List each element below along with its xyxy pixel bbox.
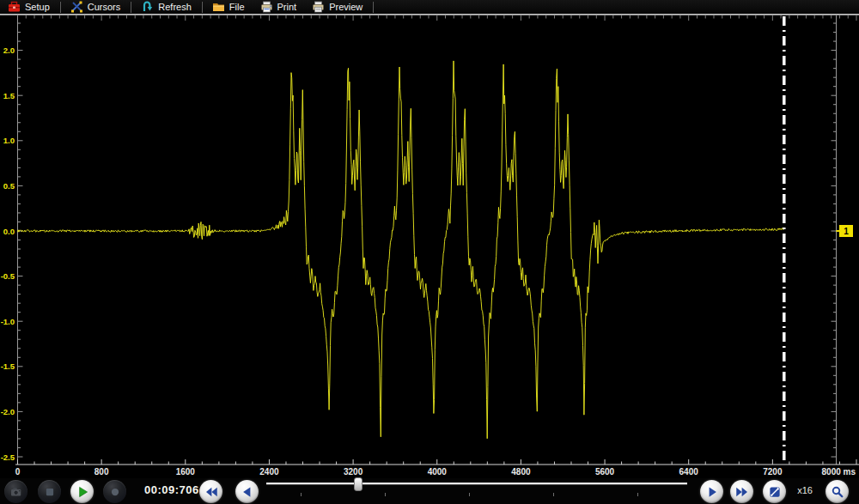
- seek-end-button[interactable]: [730, 480, 753, 503]
- toolbar-label-setup: Setup: [25, 2, 50, 12]
- fast-forward-icon: [734, 484, 750, 500]
- record-icon: [107, 484, 123, 500]
- y-tick-label: -0.5: [1, 271, 15, 281]
- transport-bar: 00:09:706: [0, 478, 859, 504]
- camera-button[interactable]: [4, 480, 27, 503]
- zoom-level-label: x16: [792, 485, 818, 495]
- slider-tick: [301, 493, 302, 496]
- signal-trace-channel-1: [18, 61, 784, 439]
- x-tick-label: 4800: [511, 467, 531, 477]
- step-forward-button[interactable]: [700, 480, 723, 503]
- toolbar-button-print[interactable]: Print: [253, 0, 305, 14]
- fit-view-button[interactable]: [763, 480, 786, 503]
- y-tick-label: 0.5: [3, 181, 15, 191]
- y-tick-label: -2.0: [1, 407, 15, 416]
- play-icon: [75, 484, 90, 500]
- rewind-icon: [204, 484, 219, 500]
- refresh-icon: [141, 1, 154, 13]
- toolbar-label-cursors: Cursors: [88, 2, 121, 12]
- toolbar-button-setup[interactable]: Setup: [0, 0, 58, 14]
- slider-tick: [637, 493, 638, 496]
- toolbar-separator: [130, 2, 131, 13]
- y-tick-label: 1.5: [3, 91, 15, 100]
- top-toolbar: Setup Cursors: [0, 0, 859, 15]
- fit-expand-icon: [767, 484, 783, 500]
- y-tick-label: 1.0: [3, 136, 15, 145]
- play-button[interactable]: [70, 480, 94, 503]
- stop-icon: [42, 484, 58, 500]
- toolbar-button-preview[interactable]: Preview: [304, 0, 370, 14]
- toolbar-label-preview: Preview: [329, 2, 362, 12]
- position-slider[interactable]: [266, 483, 687, 485]
- y-tick-label: 2.0: [3, 46, 15, 55]
- x-tick-label: 3200: [344, 467, 363, 477]
- slider-tick: [553, 493, 554, 496]
- cursors-icon: [70, 1, 83, 13]
- toolbar-label-print: Print: [277, 2, 297, 12]
- next-icon: [704, 484, 720, 500]
- x-tick-label: 2400: [259, 467, 279, 477]
- y-tick-label: -1.5: [1, 361, 15, 371]
- zoom-button[interactable]: [825, 480, 849, 503]
- x-tick-label: 5600: [595, 467, 615, 477]
- toolbar-separator: [59, 2, 61, 13]
- toolbar-button-file[interactable]: File: [204, 0, 253, 14]
- x-tick-label: 8000 ms: [822, 467, 856, 477]
- waveform-plot: 2.01.51.00.50.0-0.5-1.0-1.5-2.0-2.508001…: [0, 15, 859, 478]
- record-button[interactable]: [103, 480, 126, 503]
- setup-icon: [8, 1, 21, 13]
- toolbar-separator: [201, 2, 203, 13]
- camera-icon: [9, 484, 24, 500]
- position-slider-thumb[interactable]: [354, 477, 362, 491]
- print-icon: [260, 1, 273, 13]
- slider-tick: [385, 493, 386, 496]
- toolbar-label-refresh: Refresh: [158, 2, 192, 12]
- toolbar-button-cursors[interactable]: Cursors: [63, 0, 129, 14]
- slider-tick: [469, 493, 470, 496]
- waveform-chart: 2.01.51.00.50.0-0.5-1.0-1.5-2.0-2.508001…: [0, 15, 859, 478]
- step-back-button[interactable]: [235, 480, 259, 503]
- oscilloscope-app: Setup Cursors: [0, 0, 859, 504]
- toolbar-separator: [372, 2, 374, 13]
- magnifier-icon: [830, 484, 845, 500]
- stop-button[interactable]: [38, 480, 61, 503]
- x-tick-label: 6400: [679, 467, 699, 477]
- x-tick-label: 800: [94, 467, 109, 477]
- toolbar-label-file: File: [229, 2, 245, 12]
- x-tick-label: 4000: [428, 467, 448, 477]
- seek-start-button[interactable]: [199, 480, 222, 503]
- y-tick-label: -2.5: [1, 452, 15, 462]
- x-tick-label: 7200: [763, 467, 783, 477]
- x-tick-label: 1600: [176, 467, 196, 477]
- previous-icon: [240, 484, 255, 500]
- channel-badge-label: 1: [844, 227, 849, 236]
- y-tick-label: 0.0: [3, 227, 15, 236]
- toolbar-button-refresh[interactable]: Refresh: [133, 0, 199, 14]
- time-display: 00:09:706: [144, 483, 196, 496]
- file-folder-icon: [212, 1, 225, 13]
- y-tick-label: -1.0: [1, 317, 15, 326]
- print-preview-icon: [312, 1, 325, 13]
- x-tick-label: 0: [15, 467, 21, 477]
